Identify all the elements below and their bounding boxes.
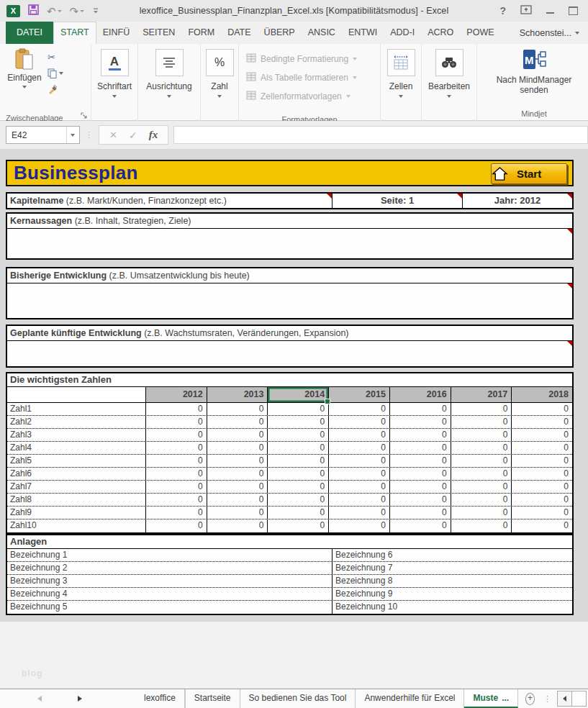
name-box[interactable]: E42 [6,126,80,144]
anlagen-cell-right[interactable]: Bezeichnung 10 [333,601,572,614]
value-cell[interactable]: 0 [145,494,207,506]
anlagen-cell-left[interactable]: Bezeichnung 2 [7,562,333,574]
value-cell[interactable]: 0 [451,416,512,428]
value-cell[interactable]: 0 [389,519,451,532]
mindmanager-send-button[interactable]: M Nach MindManager senden [477,44,588,95]
value-cell[interactable]: 0 [511,416,572,428]
value-cell[interactable]: 0 [511,442,572,454]
value-cell[interactable]: 0 [389,429,451,441]
value-cell[interactable]: 0 [511,468,572,480]
group-number-collapsed[interactable]: % Zahl [201,44,239,125]
value-cell[interactable]: 0 [389,455,451,467]
row-label-zahl5[interactable]: Zahl5 [7,455,145,467]
value-cell[interactable]: 0 [267,429,328,441]
value-cell[interactable]: 0 [451,455,512,467]
value-cell[interactable]: 0 [145,442,207,454]
value-cell[interactable]: 0 [267,507,328,519]
ribbon-tab-form[interactable]: FORM [181,22,221,44]
value-cell[interactable]: 0 [145,507,207,519]
value-cell[interactable]: 0 [207,455,268,467]
scroll-track[interactable] [572,691,587,707]
value-cell[interactable]: 0 [145,429,207,441]
value-cell[interactable]: 0 [389,481,451,493]
value-cell[interactable]: 0 [267,416,328,428]
section-input-area[interactable] [7,341,572,366]
save-button[interactable] [28,4,39,18]
row-label-zahl6[interactable]: Zahl6 [7,468,145,480]
value-cell[interactable]: 0 [328,507,389,519]
group-cells-collapsed[interactable]: Zellen [381,44,422,125]
prev-sheet-icon[interactable] [37,696,42,702]
insert-function-button[interactable]: fx [149,129,158,141]
value-cell[interactable]: 0 [207,507,268,519]
value-cell[interactable]: 0 [267,468,328,480]
value-cell[interactable]: 0 [511,519,572,532]
value-cell[interactable]: 0 [207,481,268,493]
row-label-zahl1[interactable]: Zahl1 [7,403,145,415]
sheet-tab-lexoffice[interactable]: lexoffice [135,689,185,708]
year-header-2017[interactable]: 2017 [451,387,512,402]
value-cell[interactable]: 0 [145,403,207,415]
value-cell[interactable]: 0 [511,403,572,415]
value-cell[interactable]: 0 [267,481,328,493]
value-cell[interactable]: 0 [328,429,389,441]
value-cell[interactable]: 0 [267,519,328,532]
value-cell[interactable]: 0 [267,455,328,467]
value-cell[interactable]: 0 [207,519,268,532]
anlagen-cell-right[interactable]: Bezeichnung 9 [333,588,572,600]
ribbon-tab-ansic[interactable]: ANSIC [302,22,342,44]
account-menu[interactable]: Schoenstei... [520,22,588,44]
ribbon-display-button[interactable] [520,4,532,17]
enter-icon[interactable]: ✓ [129,130,137,141]
anlagen-cell-left[interactable]: Bezeichnung 4 [7,588,333,600]
ribbon-tab-einf[interactable]: EINFÜ [96,22,137,44]
value-cell[interactable]: 0 [389,468,451,480]
cancel-icon[interactable]: ✕ [109,130,117,140]
value-cell[interactable]: 0 [389,507,451,519]
anlagen-cell-left[interactable]: Bezeichnung 3 [7,575,333,587]
selected-cell[interactable]: 2014 [267,387,328,402]
value-cell[interactable]: 0 [145,519,207,532]
value-cell[interactable]: 0 [451,429,512,441]
formula-input[interactable] [173,126,588,144]
value-cell[interactable]: 0 [328,468,389,480]
value-cell[interactable]: 0 [389,403,451,415]
qat-customize-button[interactable] [92,4,99,17]
tab-datei[interactable]: DATEI [6,22,53,44]
next-sheet-icon[interactable] [78,696,82,702]
value-cell[interactable]: 0 [451,519,512,532]
value-cell[interactable]: 0 [511,455,572,467]
row-label-zahl9[interactable]: Zahl9 [7,507,145,519]
anlagen-cell-right[interactable]: Bezeichnung 6 [333,549,572,561]
ribbon-tab-berp[interactable]: ÜBERP [258,22,302,44]
value-cell[interactable]: 0 [267,494,328,506]
row-label-zahl8[interactable]: Zahl8 [7,494,145,506]
value-cell[interactable]: 0 [328,519,389,532]
start-button[interactable]: Start [491,163,567,184]
format-painter-button[interactable] [48,83,63,95]
style-item-2[interactable]: Zellenformatvorlagen [246,87,380,106]
value-cell[interactable]: 0 [511,481,572,493]
anlagen-cell-left[interactable]: Bezeichnung 5 [7,601,333,614]
kapitelname-cell[interactable]: Kapitelname (z.B. Markt/Kunden, Finanzko… [7,194,332,208]
ribbon-tab-entwi[interactable]: ENTWI [342,22,384,44]
scroll-left-button[interactable] [557,691,572,707]
value-cell[interactable]: 0 [451,442,512,454]
value-cell[interactable]: 0 [511,429,572,441]
anlagen-cell-right[interactable]: Bezeichnung 7 [333,562,572,574]
anlagen-cell-left[interactable]: Bezeichnung 1 [7,549,333,561]
ribbon-tab-acro[interactable]: ACRO [421,22,460,44]
group-font-collapsed[interactable]: A Schriftart [91,44,138,125]
anlagen-cell-right[interactable]: Bezeichnung 8 [333,575,572,587]
new-sheet-button[interactable]: + [525,693,535,705]
style-item-1[interactable]: Als Tabelle formatieren [246,68,380,87]
value-cell[interactable]: 0 [389,416,451,428]
undo-button[interactable]: ↶ [47,6,62,17]
row-label-zahl10[interactable]: Zahl10 [7,519,145,532]
value-cell[interactable]: 0 [511,507,572,519]
year-header-2016[interactable]: 2016 [389,387,451,402]
value-cell[interactable]: 0 [207,429,268,441]
label-column-header[interactable] [7,387,145,402]
value-cell[interactable]: 0 [511,494,572,506]
sheet-tab-anwenderhilfe-f-r-excel[interactable]: Anwenderhilfe für Excel [356,689,464,708]
